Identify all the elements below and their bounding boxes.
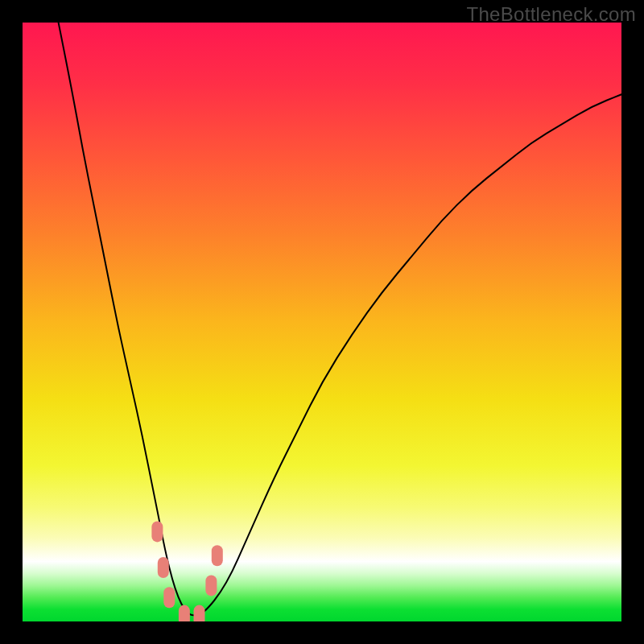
- marker-point: [212, 545, 223, 566]
- marker-point: [205, 575, 217, 596]
- plot-area: [23, 23, 621, 621]
- gradient-background: [23, 23, 621, 621]
- chart-frame: TheBottleneck.com: [0, 0, 644, 644]
- marker-point: [163, 587, 175, 608]
- marker-point: [151, 521, 163, 542]
- marker-point: [158, 557, 169, 578]
- marker-point: [194, 605, 205, 621]
- chart-svg: [23, 23, 621, 621]
- marker-point: [179, 605, 190, 621]
- watermark-text: TheBottleneck.com: [466, 3, 636, 26]
